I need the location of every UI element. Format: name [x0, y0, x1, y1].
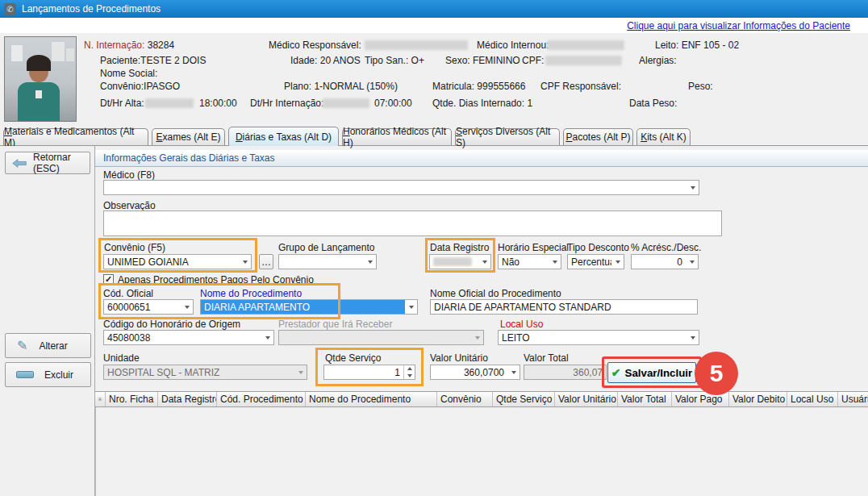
- retornar-button[interactable]: Retornar (ESC): [5, 152, 90, 174]
- column-header-cod-procedimento[interactable]: Cód. Procedimento: [217, 392, 306, 406]
- grid-header: ✳ Nro. Ficha Data Registro Cód. Procedim…: [95, 391, 868, 407]
- column-header-usuario[interactable]: Usuário: [838, 392, 868, 406]
- chevron-down-icon[interactable]: [478, 255, 490, 269]
- medico-internou-redacted: [547, 40, 624, 50]
- patient-photo: [4, 36, 77, 122]
- eraser-icon: [16, 371, 34, 378]
- column-header-valor-total[interactable]: Valor Total: [618, 392, 672, 406]
- alergias-field: Alergias:: [639, 55, 677, 66]
- column-header-local-uso[interactable]: Local Uso: [787, 392, 838, 406]
- acresc-desc-spinner[interactable]: 0: [631, 254, 699, 269]
- nome-oficial-textbox[interactable]: DIARIA DE APARTAMENTO STANDARD: [430, 299, 698, 315]
- sexo-value: FEMININO: [473, 55, 520, 66]
- column-header-data-registro[interactable]: Data Registro: [158, 392, 217, 406]
- check-icon: ✔: [611, 366, 621, 379]
- horario-especial-combobox[interactable]: Não: [498, 254, 561, 269]
- salvar-incluir-button[interactable]: ✔ Salvar/Incluir: [607, 362, 696, 383]
- dt-hr-internacao-field: Dt/Hr Internação:: [250, 98, 323, 109]
- chevron-down-icon[interactable]: [261, 331, 273, 344]
- chevron-down-icon[interactable]: [364, 255, 376, 269]
- leito-field: Leito: ENF 105 - 02: [655, 40, 739, 51]
- qtde-dias-value: 1: [527, 98, 532, 109]
- tab-exames[interactable]: Exames (Alt E): [152, 128, 225, 145]
- medico-combobox[interactable]: [103, 180, 699, 195]
- column-header-nro-ficha[interactable]: Nro. Ficha: [106, 392, 158, 406]
- tab-pacotes[interactable]: Pacotes (Alt P): [563, 128, 633, 145]
- data-registro-redacted: [433, 257, 472, 266]
- dt-hr-internacao-redacted: [323, 98, 369, 108]
- grupo-lancamento-combobox[interactable]: [278, 254, 377, 269]
- local-uso-combobox[interactable]: LEITO: [498, 330, 699, 345]
- tab-materiais-medicamentos[interactable]: Materiais e Medicamentos (Alt M): [3, 128, 148, 145]
- tipo-san-field: Tipo San.: O+: [365, 55, 424, 66]
- phone-icon: ✆: [4, 3, 16, 15]
- medico-responsavel-field: Médico Responsável:: [269, 40, 361, 51]
- horario-especial-label: Horário Especial: [498, 242, 569, 253]
- title-bar: ✆ Lançamentos de Procedimentos: [0, 0, 868, 18]
- matricula-value: 999555666: [477, 81, 525, 92]
- dt-hr-internacao-time: 07:00:00: [374, 98, 412, 109]
- paciente-value: TESTE 2 DOIS: [140, 55, 206, 66]
- convenio-paciente-value: IPASGO: [144, 81, 180, 92]
- valor-unitario-combobox[interactable]: 360,0700: [430, 365, 520, 380]
- dt-hr-alta-field: Dt/Hr Alta:: [100, 98, 144, 109]
- sidebar: [0, 146, 95, 496]
- chevron-down-icon[interactable]: [549, 255, 561, 269]
- tab-diarias-taxas[interactable]: Diárias e Taxas (Alt D): [228, 127, 339, 146]
- valor-unitario-label: Valor Unitário: [430, 352, 488, 364]
- chevron-down-icon[interactable]: [507, 365, 520, 379]
- patient-info-link[interactable]: Clique aqui para visualizar Informações …: [627, 20, 850, 31]
- nome-oficial-label: Nome Oficial do Procedimento: [430, 288, 561, 299]
- cod-oficial-combobox[interactable]: 60000651: [103, 299, 194, 315]
- matricula-field: Matricula: 999555666: [432, 81, 525, 92]
- chevron-down-icon[interactable]: [686, 331, 699, 344]
- cpf-redacted: [545, 56, 622, 65]
- spin-up-icon: [404, 365, 415, 373]
- data-peso-field: Data Peso:: [629, 98, 677, 109]
- chevron-down-icon[interactable]: [239, 255, 251, 269]
- window-title: Lançamentos de Procedimentos: [22, 3, 161, 15]
- convenio-browse-button[interactable]: …: [259, 254, 273, 269]
- tipo-desconto-combobox[interactable]: Percentual: [567, 254, 624, 269]
- cod-honorario-combobox[interactable]: 45080038: [103, 330, 274, 345]
- nome-procedimento-combobox[interactable]: DIARIA APARTAMENTO: [200, 299, 418, 315]
- tab-kits[interactable]: Kits (Alt K): [636, 128, 691, 145]
- grid-body[interactable]: [95, 407, 868, 496]
- apenas-pagos-label: Apenas Procedimentos Pagos Pelo Convênio: [118, 274, 314, 286]
- sexo-field: Sexo: FEMININO: [445, 55, 520, 66]
- observacao-textarea[interactable]: [103, 210, 722, 236]
- column-header-convenio[interactable]: Convênio: [437, 392, 493, 406]
- tipo-san-value: O+: [411, 55, 424, 66]
- spin-down-icon: [404, 373, 415, 380]
- chevron-down-icon[interactable]: [686, 181, 699, 194]
- chevron-down-icon[interactable]: [686, 255, 698, 269]
- chevron-down-icon[interactable]: [611, 255, 624, 269]
- valor-total-textbox: 360,07: [524, 365, 607, 380]
- chevron-down-icon[interactable]: [405, 300, 417, 314]
- chevron-down-icon[interactable]: [181, 300, 193, 314]
- acresc-desc-label: % Acrésc./Desc.: [631, 242, 701, 253]
- step-5-badge: 5: [695, 352, 738, 395]
- apenas-pagos-checkbox[interactable]: ✓: [103, 274, 114, 285]
- convenio-combobox[interactable]: UNIMED GOIANIA: [103, 254, 252, 269]
- idade-field: Idade: 20 ANOS: [290, 55, 361, 66]
- tab-strip: Materiais e Medicamentos (Alt M) Exames …: [0, 127, 868, 146]
- qtde-servico-spinner[interactable]: 1: [323, 365, 415, 380]
- plano-field: Plano: 1-NORMAL (150%): [284, 81, 398, 92]
- prestador-combobox: [278, 330, 484, 345]
- convenio-f5-label: Convênio (F5): [104, 242, 165, 253]
- tab-servicos-diversos[interactable]: Serviços Diversos (Alt S): [455, 128, 560, 145]
- cpf-field: CPF:: [522, 55, 544, 66]
- spinner-buttons[interactable]: [403, 365, 415, 379]
- unidade-label: Unidade: [103, 352, 140, 364]
- tab-honorarios-medicos[interactable]: Honorários Médicos (Alt H): [342, 128, 452, 145]
- column-header-valor-unitario[interactable]: Valor Unitário: [555, 392, 618, 406]
- local-uso-label: Local Uso: [500, 319, 543, 330]
- data-registro-combobox[interactable]: [429, 254, 491, 269]
- column-header-valor-debito[interactable]: Valor Debito: [729, 392, 787, 406]
- column-header-nome-procedimento[interactable]: Nome do Procedimento: [306, 392, 437, 406]
- alterar-button[interactable]: ✎ Alterar: [5, 333, 91, 358]
- column-header-qtde-servico[interactable]: Qtde Serviço: [493, 392, 555, 406]
- qtde-servico-label: Qtde Serviço: [325, 352, 381, 364]
- excluir-button[interactable]: Excluir: [5, 362, 91, 387]
